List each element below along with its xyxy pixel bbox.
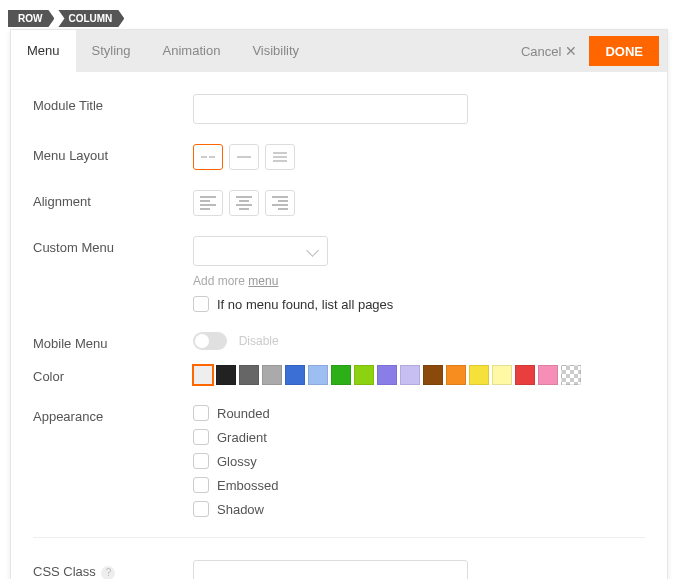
gradient-label: Gradient — [217, 430, 267, 445]
align-right-icon — [272, 196, 288, 210]
color-swatch[interactable] — [262, 365, 282, 385]
tab-visibility[interactable]: Visibility — [236, 30, 315, 72]
color-swatch-transparent[interactable] — [561, 365, 581, 385]
rounded-checkbox[interactable] — [193, 405, 209, 421]
shadow-checkbox[interactable] — [193, 501, 209, 517]
module-title-input[interactable] — [193, 94, 468, 124]
fallback-checkbox[interactable] — [193, 296, 209, 312]
color-swatch[interactable] — [308, 365, 328, 385]
cancel-label: Cancel — [521, 44, 561, 59]
color-swatches — [193, 365, 645, 385]
cancel-button[interactable]: Cancel ✕ — [521, 44, 577, 59]
color-swatch[interactable] — [469, 365, 489, 385]
custom-menu-select[interactable] — [193, 236, 328, 266]
label-alignment: Alignment — [33, 190, 193, 209]
label-css-class: CSS Class ? — [33, 560, 193, 579]
breadcrumb: ROW COLUMN — [8, 10, 128, 27]
label-appearance: Appearance — [33, 405, 193, 424]
rounded-label: Rounded — [217, 406, 270, 421]
css-class-help-icon[interactable]: ? — [101, 566, 115, 579]
color-swatch[interactable] — [515, 365, 535, 385]
hint-prefix: Add more — [193, 274, 248, 288]
close-icon: ✕ — [565, 44, 577, 58]
color-swatch[interactable] — [354, 365, 374, 385]
color-swatch[interactable] — [400, 365, 420, 385]
crumb-column[interactable]: COLUMN — [58, 10, 124, 27]
crumb-row[interactable]: ROW — [8, 10, 54, 27]
color-swatch[interactable] — [285, 365, 305, 385]
color-swatch[interactable] — [331, 365, 351, 385]
tab-animation[interactable]: Animation — [147, 30, 237, 72]
embossed-checkbox[interactable] — [193, 477, 209, 493]
color-swatch[interactable] — [538, 365, 558, 385]
glossy-label: Glossy — [217, 454, 257, 469]
align-left-icon — [200, 196, 216, 210]
label-module-title: Module Title — [33, 94, 193, 113]
color-swatch[interactable] — [423, 365, 443, 385]
label-color: Color — [33, 365, 193, 384]
mobile-menu-toggle-label: Disable — [239, 334, 279, 348]
label-mobile-menu: Mobile Menu — [33, 332, 193, 351]
align-left-button[interactable] — [193, 190, 223, 216]
gradient-checkbox[interactable] — [193, 429, 209, 445]
section-divider — [33, 537, 645, 538]
align-center-button[interactable] — [229, 190, 259, 216]
color-swatch[interactable] — [239, 365, 259, 385]
color-swatch[interactable] — [377, 365, 397, 385]
horizontal-line-icon — [237, 156, 251, 158]
layout-vertical-list[interactable] — [265, 144, 295, 170]
label-custom-menu: Custom Menu — [33, 236, 193, 255]
label-menu-layout: Menu Layout — [33, 144, 193, 163]
custom-menu-hint: Add more menu — [193, 274, 645, 288]
color-swatch[interactable] — [492, 365, 512, 385]
glossy-checkbox[interactable] — [193, 453, 209, 469]
align-center-icon — [236, 196, 252, 210]
color-swatch[interactable] — [216, 365, 236, 385]
panel-body: Module Title Menu Layout — [11, 72, 667, 579]
add-menu-link[interactable]: menu — [248, 274, 278, 288]
css-class-text: CSS Class — [33, 564, 96, 579]
align-right-button[interactable] — [265, 190, 295, 216]
css-class-input[interactable] — [193, 560, 468, 579]
horizontal-dashed-icon — [201, 156, 215, 158]
shadow-label: Shadow — [217, 502, 264, 517]
list-icon — [273, 152, 287, 162]
color-swatch[interactable] — [446, 365, 466, 385]
embossed-label: Embossed — [217, 478, 278, 493]
layout-horizontal-dashed[interactable] — [193, 144, 223, 170]
color-swatch[interactable] — [193, 365, 213, 385]
tab-menu[interactable]: Menu — [11, 30, 76, 72]
tab-bar: Menu Styling Animation Visibility Cancel… — [11, 30, 667, 72]
tab-styling[interactable]: Styling — [76, 30, 147, 72]
fallback-label: If no menu found, list all pages — [217, 297, 393, 312]
layout-horizontal-single[interactable] — [229, 144, 259, 170]
settings-panel: Menu Styling Animation Visibility Cancel… — [10, 29, 668, 579]
done-button[interactable]: DONE — [589, 36, 659, 66]
mobile-menu-toggle[interactable] — [193, 332, 227, 350]
